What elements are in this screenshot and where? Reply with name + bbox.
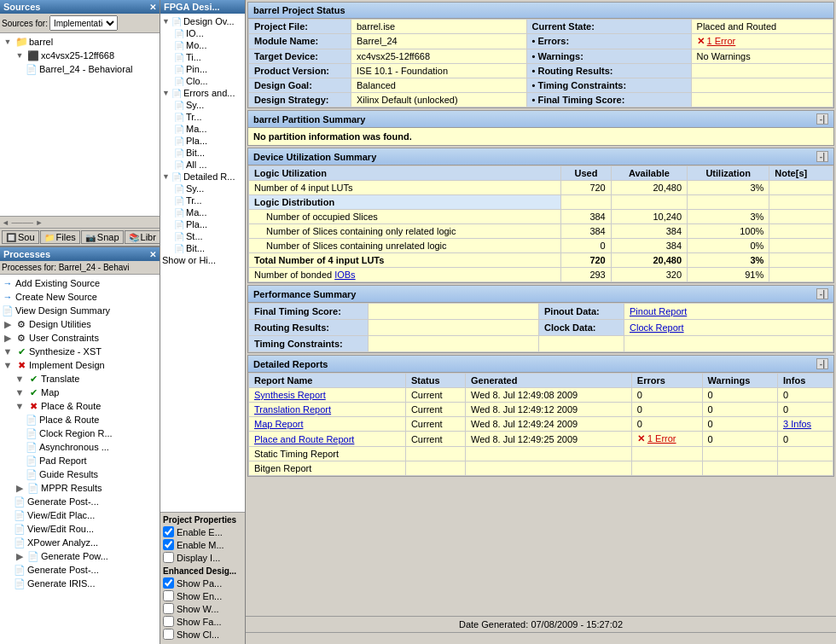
fpga-tr2[interactable]: 📄 Tr...: [162, 194, 243, 206]
source-label-chip: xc4vsx25-12ff668: [41, 50, 114, 61]
fpga-pla1[interactable]: 📄 Pla...: [162, 135, 243, 147]
proc-mppr[interactable]: ▶ 📄 MPPR Results: [2, 481, 158, 495]
expand-icon-det[interactable]: ▼: [162, 172, 170, 181]
proc-pad[interactable]: 📄 Pad Report: [2, 454, 158, 467]
expand-icon-pr[interactable]: ▼: [14, 400, 26, 412]
proc-view-edit-plac[interactable]: 📄 View/Edit Plac...: [2, 508, 158, 522]
proc-place-route-sub[interactable]: 📄 Place & Route: [2, 413, 158, 426]
expand-icon-dov[interactable]: ▼: [162, 17, 170, 26]
display-i-checkbox[interactable]: [163, 552, 174, 563]
fpga-all[interactable]: 📄 All ...: [162, 159, 243, 171]
partition-collapse-btn[interactable]: -|: [816, 113, 828, 125]
fpga-clo[interactable]: 📄 Clo...: [162, 75, 243, 87]
fpga-ti[interactable]: 📄 Ti...: [162, 51, 243, 63]
util-collapse-btn[interactable]: -|: [816, 151, 828, 162]
sources-for-select[interactable]: Implementation: [49, 15, 118, 31]
sources-tab-files[interactable]: 📁 Files: [40, 230, 80, 244]
map-infos-link[interactable]: 3 Infos: [783, 419, 811, 429]
fpga-detailed[interactable]: ▼ 📄 Detailed R...: [162, 171, 243, 183]
expand-icon-uc[interactable]: ▶: [2, 332, 14, 344]
table-row: Timing Constraints:: [249, 336, 833, 352]
proc-gen-post2[interactable]: 📄 Generate Post-...: [2, 563, 158, 577]
clock-report-link[interactable]: Clock Report: [630, 322, 684, 333]
expand-icon-mppr[interactable]: ▶: [14, 482, 26, 494]
cell-tr-infos: 0: [778, 403, 833, 417]
fpga-pin[interactable]: 📄 Pin...: [162, 63, 243, 75]
proc-view-edit-rou[interactable]: 📄 View/Edit Rou...: [2, 522, 158, 536]
error-link[interactable]: 1 Error: [707, 36, 736, 46]
fpga-ma2[interactable]: 📄 Ma...: [162, 206, 243, 218]
proc-gen-pow[interactable]: ▶ 📄 Generate Pow...: [2, 549, 158, 563]
sources-horizontal-scrollbar[interactable]: ◄ ──── ►: [0, 216, 160, 228]
proc-async[interactable]: 📄 Asynchronous ...: [2, 440, 158, 454]
expand-icon-err[interactable]: ▼: [162, 89, 170, 97]
pinout-report-link[interactable]: Pinout Report: [630, 306, 687, 316]
proc-place-route[interactable]: ▼ ✖ Place & Route: [2, 399, 158, 413]
sources-tab-libr[interactable]: 📚 Libr: [125, 230, 160, 244]
proc-synthesize[interactable]: ▼ ✔ Synthesize - XST: [2, 345, 158, 358]
translation-report-link[interactable]: Translation Report: [254, 404, 331, 415]
cell-translation-report: Translation Report: [249, 403, 406, 417]
processes-close-btn[interactable]: ✕: [149, 250, 156, 259]
fpga-bit1[interactable]: 📄 Bit...: [162, 147, 243, 159]
proc-map[interactable]: ▼ ✔ Map: [2, 386, 158, 399]
fpga-sy1[interactable]: 📄 Sy...: [162, 99, 243, 111]
fpga-mo[interactable]: 📄 Mo...: [162, 39, 243, 51]
show-fa-checkbox[interactable]: [163, 616, 174, 627]
proc-xpower[interactable]: 📄 XPower Analyz...: [2, 536, 158, 549]
proc-user-constraints[interactable]: ▶ ⚙ User Constraints: [2, 331, 158, 345]
synthesis-report-link[interactable]: Synthesis Report: [254, 390, 326, 400]
reports-collapse-btn[interactable]: -|: [816, 358, 828, 369]
fpga-ma1[interactable]: 📄 Ma...: [162, 123, 243, 135]
expand-icon-gp[interactable]: ▶: [14, 550, 26, 562]
footer-bar: Date Generated: 07/08/2009 - 15:27:02: [246, 616, 836, 632]
enable-e-checkbox[interactable]: [163, 526, 174, 537]
proc-view-design[interactable]: 📄 View Design Summary: [2, 304, 158, 317]
proc-implement[interactable]: ▼ ✖ Implement Design: [2, 358, 158, 372]
show-en-checkbox[interactable]: [163, 590, 174, 601]
show-pa-checkbox[interactable]: [163, 577, 174, 589]
proc-gen-post1[interactable]: 📄 Generate Post-...: [2, 495, 158, 508]
sources-tab-sou[interactable]: 🔲 Sou: [2, 230, 39, 244]
fpga-sy2[interactable]: 📄 Sy...: [162, 183, 243, 194]
expand-icon-chip[interactable]: ▼: [14, 49, 26, 61]
iobs-link[interactable]: IOBs: [334, 270, 355, 280]
proc-create-new[interactable]: → Create New Source: [2, 290, 158, 304]
expand-icon-tr[interactable]: ▼: [14, 373, 26, 385]
fpga-st[interactable]: 📄 St...: [162, 230, 243, 242]
proc-clock-region[interactable]: 📄 Clock Region R...: [2, 426, 158, 440]
par-report-link[interactable]: Place and Route Report: [254, 434, 354, 444]
fpga-tr1[interactable]: 📄 Tr...: [162, 111, 243, 123]
source-tree-xc4vsx25[interactable]: ▼ ⬛ xc4vsx25-12ff668: [2, 49, 158, 62]
show-cl-checkbox[interactable]: [163, 629, 174, 640]
chip-icon: ⬛: [27, 49, 39, 61]
expand-icon-imp[interactable]: ▼: [2, 359, 14, 371]
expand-icon[interactable]: ▼: [2, 36, 14, 48]
proc-add-existing[interactable]: → Add Existing Source: [2, 276, 158, 290]
bottom-scrollbar[interactable]: [246, 632, 836, 644]
proc-gen-iris[interactable]: 📄 Generate IRIS...: [2, 577, 158, 590]
perf-collapse-btn[interactable]: -|: [816, 288, 828, 299]
source-tree-barrel[interactable]: ▼ 📁 barrel: [2, 35, 158, 49]
fpga-errors[interactable]: ▼ 📄 Errors and...: [162, 87, 243, 99]
proc-design-util[interactable]: ▶ ⚙ Design Utilities: [2, 317, 158, 331]
par-error-link[interactable]: 1 Error: [647, 433, 676, 444]
sources-close-btn[interactable]: ✕: [149, 3, 156, 12]
fpga-pla2[interactable]: 📄 Pla...: [162, 218, 243, 230]
expand-icon-map[interactable]: ▼: [14, 386, 26, 398]
show-w-checkbox[interactable]: [163, 603, 174, 614]
map-report-link[interactable]: Map Report: [254, 419, 303, 429]
fpga-bit2[interactable]: 📄 Bit...: [162, 242, 243, 254]
sources-for-label: Sources for:: [2, 19, 48, 28]
expand-icon-du[interactable]: ▶: [2, 318, 14, 330]
expand-icon-syn[interactable]: ▼: [2, 345, 14, 357]
fpga-design-ov[interactable]: ▼ 📄 Design Ov...: [162, 15, 243, 27]
proc-guide[interactable]: 📄 Guide Results: [2, 467, 158, 481]
sources-tab-snap[interactable]: 📷 Snap: [81, 230, 124, 244]
date-generated-value: 07/08/2009 - 15:27:02: [531, 619, 623, 629]
proc-translate[interactable]: ▼ ✔ Translate: [2, 372, 158, 386]
source-tree-barrel24[interactable]: 📄 Barrel_24 - Behavioral: [2, 62, 158, 76]
enable-m-checkbox[interactable]: [163, 539, 174, 550]
fpga-io[interactable]: 📄 IO...: [162, 27, 243, 39]
fpga-show[interactable]: Show or Hi...: [162, 254, 243, 266]
